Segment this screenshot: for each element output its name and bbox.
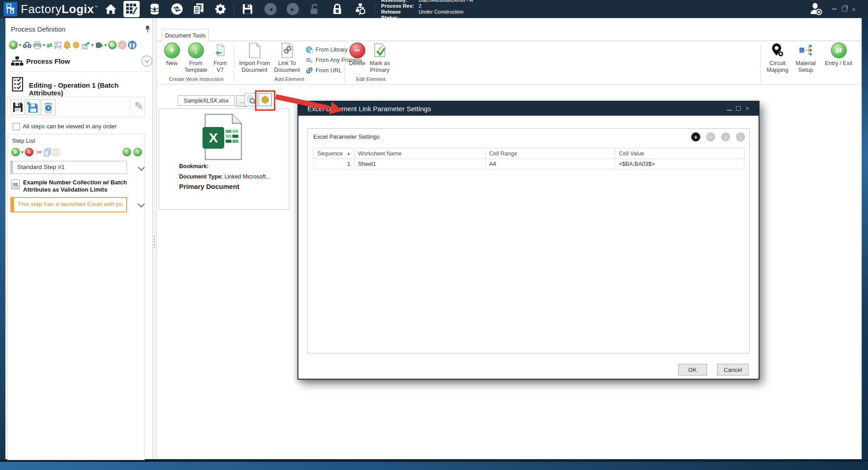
add-step-caret-icon[interactable]: ▾ — [21, 150, 24, 155]
step-item-warning[interactable]: This step has a launched Excel with pc — [10, 197, 127, 212]
cancel-button[interactable]: Cancel — [717, 364, 749, 376]
remove-step-button[interactable]: − — [25, 148, 33, 156]
hold-button[interactable]: ❚❚ — [128, 41, 137, 49]
cell-cell-value[interactable]: <$BA:BA03$> — [615, 159, 745, 169]
logout-button[interactable] — [809, 2, 823, 16]
settings-button[interactable] — [214, 3, 226, 15]
pause-icon: ❚❚ — [129, 42, 136, 48]
new-button[interactable]: + New — [162, 42, 182, 67]
paste-button[interactable] — [52, 148, 59, 156]
exchange-button[interactable]: ⇄ — [47, 41, 52, 49]
document-type-label: Document Type: — [179, 174, 223, 180]
activate-button[interactable]: ↻ — [108, 41, 117, 49]
dialog-minimize-button[interactable] — [727, 110, 732, 111]
material-setup-button[interactable]: Material Setup — [791, 42, 820, 74]
mark-as-primary-button[interactable]: Mark as Primary — [367, 42, 392, 74]
publish-button[interactable] — [95, 41, 103, 49]
add-step-button[interactable]: + — [11, 148, 20, 156]
import-from-document-button[interactable]: Import From Document — [237, 42, 272, 74]
assembly-value: BatchAttributeDemo - A — [419, 0, 473, 3]
minus-icon: − — [709, 134, 712, 140]
from-template-button[interactable]: ↓ From Template — [182, 42, 210, 74]
notification-button[interactable] — [63, 41, 71, 49]
link-to-document-button[interactable]: Link To Document — [272, 42, 302, 74]
cell-cell-range[interactable]: A4 — [486, 159, 615, 169]
pin-button[interactable] — [145, 25, 151, 33]
print-button[interactable] — [33, 41, 42, 49]
add-parameter-button[interactable]: + — [691, 132, 700, 141]
cut-button[interactable]: ✂ — [37, 148, 42, 156]
process-definition-button[interactable] — [123, 1, 140, 17]
paste-icon — [52, 148, 59, 156]
column-header-worksheet-name[interactable]: Worksheet Name — [354, 148, 486, 159]
from-v7-button[interactable]: From V7 — [210, 42, 231, 74]
column-header-sequence[interactable]: Sequence▲ — [314, 148, 354, 159]
restore-button[interactable] — [842, 7, 847, 12]
circuit-mapping-button[interactable]: Circuit Mapping — [764, 42, 791, 74]
production-button[interactable] — [149, 3, 160, 15]
home-button[interactable] — [105, 4, 117, 14]
discard-button[interactable] — [41, 99, 56, 115]
dialog-maximize-button[interactable] — [736, 106, 741, 111]
group-separator — [344, 43, 345, 82]
back-button[interactable]: ◄ — [264, 3, 277, 15]
column-header-cell-range[interactable]: Cell Range — [486, 148, 615, 159]
material-setup-label: Material Setup — [791, 60, 820, 74]
dialog-titlebar[interactable]: Excel Document Link Parameter Settings — [298, 102, 759, 116]
process-search-button[interactable] — [354, 3, 367, 15]
whiteboard-button[interactable] — [54, 41, 62, 49]
chevron-down-icon[interactable] — [138, 201, 145, 208]
export-button[interactable] — [81, 41, 90, 49]
all-steps-checkbox[interactable] — [13, 123, 20, 130]
group-name-edit: Edit Element — [345, 76, 396, 82]
editing-operation-label: Editing - Operation 1 (Batch Attributes) — [29, 81, 152, 97]
move-parameter-down-button[interactable]: ↓ — [736, 132, 745, 141]
publish-dropdown-caret-icon[interactable]: ▾ — [104, 43, 107, 47]
cell-sequence[interactable]: 1 — [314, 159, 354, 169]
document-card[interactable]: X Bookmark: Document Type: Linked Micros… — [159, 108, 289, 210]
save-button[interactable] — [242, 4, 253, 15]
deactivate-button[interactable]: − — [118, 41, 127, 49]
material-setup-icon — [799, 43, 812, 57]
step-item-standard[interactable]: Standard Step #1 — [10, 161, 127, 174]
move-step-down-button[interactable]: ↓ — [133, 148, 142, 156]
from-library-label: From Library — [316, 47, 348, 53]
column-header-cell-value[interactable]: Cell Value — [615, 148, 745, 159]
minimize-button[interactable] — [832, 9, 837, 9]
ok-button[interactable]: OK — [678, 364, 707, 376]
forward-button[interactable]: ► — [287, 3, 299, 15]
cell-worksheet-name[interactable]: Sheet1 — [354, 159, 486, 169]
editing-icon — [12, 77, 26, 92]
collapse-button[interactable] — [141, 55, 153, 67]
save-icon — [242, 4, 253, 15]
close-button[interactable]: × — [852, 6, 856, 13]
ribbon-group-add: Import From Document Link To Document Fr… — [237, 42, 362, 75]
filename-input[interactable] — [178, 95, 235, 106]
edit-pencil-button[interactable]: ✎ — [134, 101, 143, 112]
add-operation-button[interactable]: + — [9, 41, 18, 49]
move-parameter-up-button[interactable]: ↑ — [721, 132, 730, 141]
copy-button[interactable] — [44, 148, 51, 156]
entry-exit-button[interactable]: ⇄ Entry / Exit — [820, 42, 857, 67]
transfer-button[interactable] — [171, 3, 183, 15]
print-dropdown-caret-icon[interactable]: ▾ — [43, 43, 45, 47]
export-dropdown-caret-icon[interactable]: ▾ — [91, 43, 94, 47]
chevron-down-icon[interactable] — [138, 164, 145, 171]
save-as-button[interactable] — [26, 99, 40, 115]
hierarchy-search-icon — [354, 3, 367, 15]
process-settings-button[interactable] — [72, 41, 80, 49]
find-button[interactable] — [23, 42, 32, 48]
reports-button[interactable] — [192, 3, 204, 15]
dialog-close-button[interactable]: × — [745, 105, 749, 112]
delete-button[interactable]: − Delete — [347, 42, 367, 67]
unlock-button[interactable] — [309, 3, 319, 15]
number-collection-icon: 01 — [11, 179, 20, 189]
remove-parameter-button[interactable]: − — [706, 132, 715, 141]
entry-exit-arrows-icon: ⇄ — [831, 42, 847, 58]
add-dropdown-caret-icon[interactable]: ▾ — [19, 43, 21, 47]
save-operation-button[interactable] — [10, 99, 25, 115]
move-step-up-button[interactable]: ↑ — [123, 148, 131, 156]
table-row[interactable]: 1 Sheet1 A4 <$BA:BA03$> — [314, 159, 745, 169]
lock-button[interactable] — [332, 3, 342, 15]
tab-document-tools[interactable]: Document Tools — [162, 29, 209, 42]
